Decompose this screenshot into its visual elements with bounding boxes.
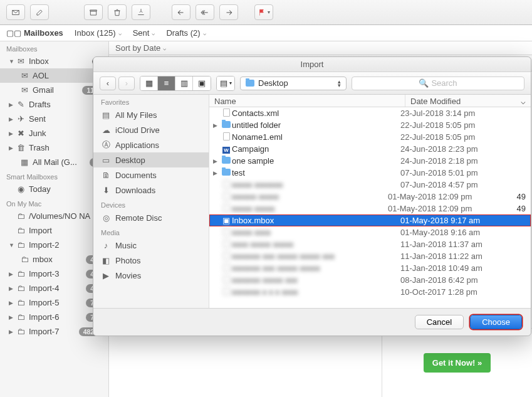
fav-music[interactable]: ♪Music <box>93 238 209 253</box>
trash-icon[interactable] <box>108 4 127 20</box>
view-mode-segmented[interactable]: ▦ ≡ ▥ ▣ <box>140 76 211 91</box>
view-columns-icon[interactable]: ▥ <box>175 77 193 90</box>
file-date: 23-Jul-2018 3:14 pm <box>400 109 526 118</box>
file-name: untitled folder <box>232 120 400 130</box>
file-icon <box>221 168 232 177</box>
fav-remote[interactable]: ◎Remote Disc <box>93 210 209 225</box>
archive-icon[interactable] <box>84 4 103 20</box>
file-row[interactable]: ▶one sample24-Jun-2018 2:18 pm <box>209 155 531 167</box>
file-row[interactable]: xxxxxxx x x x xxxx10-Oct-2017 1:28 pm <box>209 286 531 298</box>
file-icon <box>221 192 232 202</box>
file-name: xxxxxxx xxx xxxxx xxxxx <box>232 263 400 273</box>
file-date: 01-May-2018 12:09 pm <box>388 204 513 213</box>
sort-bar[interactable]: Sort by Date⌵ <box>109 41 532 55</box>
compose-icon[interactable] <box>30 4 49 20</box>
view-list-icon[interactable]: ≡ <box>158 77 175 90</box>
folder-icon <box>246 80 254 87</box>
main-toolbar: ▾ <box>0 0 532 25</box>
file-row[interactable]: xxxxxx xxxxx01-May-2018 12:09 pm49 <box>209 191 531 203</box>
cancel-button[interactable]: Cancel <box>415 315 464 329</box>
media-header: Media <box>93 225 209 238</box>
devices-header: Devices <box>93 198 209 210</box>
file-row[interactable]: xxxxxxx xxx xxxxx xxxxx xxx11-Jan-2018 1… <box>209 250 531 262</box>
dialog-toolbar: ‹ › ▦ ≡ ▥ ▣ ▤ ▾ Desktop ▴▾ 🔍 Search <box>93 72 531 95</box>
file-row[interactable]: xxxx xxxxx xxxxx11-Jan-2018 11:37 am <box>209 238 531 250</box>
file-row[interactable]: xxxxx xxxxxxx07-Jun-2018 4:57 pm <box>209 179 531 191</box>
file-date: 07-Jun-2018 5:01 pm <box>400 168 526 177</box>
file-date: 01-May-2018 12:09 pm <box>388 192 513 201</box>
file-name: xxxxx xxxx <box>232 228 400 237</box>
file-list-area: Name Date Modified⌵ Contacts.xml23-Jul-2… <box>209 95 531 308</box>
col-name[interactable]: Name <box>209 95 405 107</box>
search-input[interactable]: 🔍 Search <box>352 77 524 90</box>
file-row[interactable]: ▶untitled folder22-Jul-2018 5:05 pm <box>209 119 531 131</box>
file-row[interactable]: ▶test07-Jun-2018 5:01 pm <box>209 167 531 179</box>
file-name: Contacts.xml <box>232 109 400 118</box>
import-dialog: Import ‹ › ▦ ≡ ▥ ▣ ▤ ▾ Desktop ▴▾ 🔍 Sear… <box>93 56 531 336</box>
file-row[interactable]: xxxxx xxxx01-May-2018 9:16 am <box>209 226 531 238</box>
get-it-now-button[interactable]: Get it Now! » <box>424 353 491 373</box>
file-icon <box>221 251 232 262</box>
fav-photos[interactable]: ◧Photos <box>93 253 209 268</box>
group-dropdown[interactable]: ▤ ▾ <box>216 76 235 91</box>
file-icon <box>221 120 232 130</box>
file-date: 07-Jun-2018 4:57 pm <box>400 180 526 189</box>
fav-movies[interactable]: ▶Movies <box>93 268 209 283</box>
file-name: Campaign <box>232 144 400 154</box>
fav-allfiles[interactable]: ▤All My Files <box>93 107 209 122</box>
file-row[interactable]: xxxxxxx xxxxx xxx08-Jan-2018 6:42 pm <box>209 274 531 286</box>
file-name: test <box>232 168 400 177</box>
finder-sidebar: Favorites ▤All My Files ☁iCloud Drive ⒶA… <box>93 95 209 308</box>
file-icon: ▣ <box>221 216 232 225</box>
junk-icon[interactable] <box>132 4 150 20</box>
file-row[interactable]: Contacts.xml23-Jul-2018 3:14 pm <box>209 107 531 119</box>
view-icons-icon[interactable]: ▦ <box>140 77 158 90</box>
file-icon: W <box>221 144 232 154</box>
fav-downloads[interactable]: ⬇Downloads <box>93 183 209 198</box>
forward-icon[interactable] <box>219 4 238 20</box>
file-name: xxxxxxx x x x xxxx <box>232 287 400 297</box>
file-date: 24-Jun-2018 2:23 pm <box>400 144 526 154</box>
file-icon <box>221 287 232 297</box>
location-dropdown[interactable]: Desktop ▴▾ <box>240 77 347 90</box>
fav-apps[interactable]: ⒶApplications <box>93 137 209 152</box>
choose-button[interactable]: Choose <box>470 315 522 329</box>
flag-icon[interactable]: ▾ <box>254 4 273 20</box>
file-name: xxxxxxx xxxxx xxx <box>232 275 400 285</box>
file-icon <box>221 275 232 285</box>
fav-icloud[interactable]: ☁iCloud Drive <box>93 122 209 137</box>
reply-icon[interactable] <box>172 4 190 20</box>
fav-docs[interactable]: 🗎Documents <box>93 167 209 183</box>
file-icon <box>221 156 232 166</box>
file-date: 22-Jul-2018 5:05 pm <box>400 120 526 130</box>
view-gallery-icon[interactable]: ▣ <box>193 77 211 90</box>
inbox-dropdown[interactable]: Inbox (125)⌵ <box>75 28 122 38</box>
file-row[interactable]: WCampaign24-Jun-2018 2:23 pm <box>209 143 531 155</box>
file-date: 08-Jan-2018 6:42 pm <box>400 275 526 285</box>
inbox-icon[interactable] <box>6 4 25 20</box>
mailboxes-toggle[interactable]: ▢▢Mailboxes <box>6 28 63 38</box>
file-icon <box>221 240 232 250</box>
chevron-down-icon: ⌵ <box>521 97 526 105</box>
file-date: 11-Jan-2018 11:37 am <box>400 240 526 249</box>
file-row[interactable]: xxxxx xxxxx01-May-2018 12:09 pm49 <box>209 203 531 214</box>
file-name: xxxxx xxxxxxx <box>232 180 400 189</box>
reply-all-icon[interactable] <box>196 4 214 20</box>
file-row[interactable]: ▣Inbox.mbox01-May-2018 9:17 am <box>209 214 531 226</box>
file-row[interactable]: Noname1.eml22-Jul-2018 5:05 pm <box>209 131 531 143</box>
file-date: 01-May-2018 9:16 am <box>400 228 526 237</box>
dialog-title: Import <box>93 57 531 72</box>
file-icon <box>221 228 232 238</box>
file-icon <box>221 263 232 273</box>
forward-button[interactable]: › <box>118 77 135 90</box>
favorites-header: Favorites <box>93 95 209 107</box>
sent-dropdown[interactable]: Sent⌵ <box>133 28 155 38</box>
col-date[interactable]: Date Modified⌵ <box>405 95 531 107</box>
fav-desktop[interactable]: ▭Desktop <box>93 152 209 167</box>
file-icon <box>221 109 232 119</box>
file-name: xxxxx xxxxx <box>232 204 388 213</box>
file-row[interactable]: xxxxxxx xxx xxxxx xxxxx11-Jan-2018 10:49… <box>209 262 531 274</box>
back-button[interactable]: ‹ <box>100 77 116 90</box>
sub-toolbar: ▢▢Mailboxes Inbox (125)⌵ Sent⌵ Drafts (2… <box>0 25 532 41</box>
drafts-dropdown[interactable]: Drafts (2)⌵ <box>166 28 206 38</box>
